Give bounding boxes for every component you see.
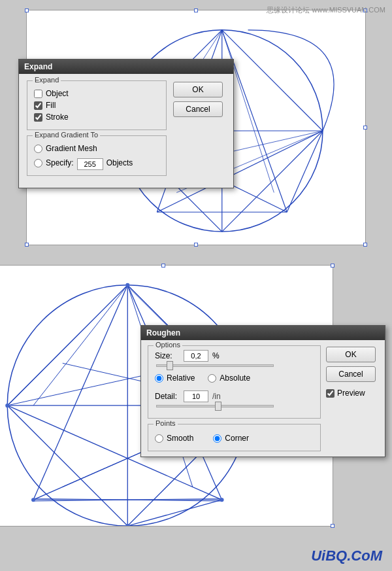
specify-radio[interactable] (34, 159, 42, 167)
roughen-dialog: Roughen Options Size: % (140, 325, 385, 457)
svg-point-43 (31, 498, 35, 502)
svg-line-37 (6, 284, 129, 407)
svg-line-1 (222, 30, 323, 131)
size-slider-container (155, 364, 314, 367)
preview-checkbox[interactable] (326, 389, 335, 398)
expand-dialog-body: Expand Object Fill Stroke Expand Gradien… (19, 74, 233, 188)
roughen-dialog-title: Roughen (146, 328, 180, 337)
bottom-watermark: UiBQ.CoM (311, 547, 382, 564)
stroke-checkbox-row: Stroke (34, 112, 159, 122)
absolute-radio[interactable] (208, 374, 216, 383)
top-watermark: 思缘设计论坛 www.MISSVUAN.COM (267, 5, 385, 15)
corner-radio[interactable] (213, 434, 221, 443)
smooth-label: Smooth (167, 434, 193, 443)
svg-line-28 (7, 406, 127, 526)
size-row: Size: % (155, 350, 314, 362)
svg-line-22 (33, 285, 127, 500)
roughen-cancel-button[interactable]: Cancel (326, 366, 376, 382)
svg-line-30 (33, 285, 127, 406)
detail-label: Detail: (155, 392, 180, 401)
points-legend: Points (154, 419, 178, 427)
object-label: Object (46, 89, 69, 98)
expand-ok-button[interactable]: OK (173, 82, 223, 97)
roughen-ok-button[interactable]: OK (326, 347, 376, 362)
roughen-dialog-titlebar: Roughen (141, 326, 385, 340)
gradient-mesh-label: Gradient Mesh (46, 144, 97, 153)
object-checkbox-row: Object (34, 89, 159, 98)
relative-radio[interactable] (155, 374, 163, 383)
specify-label: Specify: (46, 158, 74, 167)
specify-input[interactable] (77, 158, 103, 170)
detail-row: Detail: /in (155, 390, 314, 402)
roughen-dialog-right: OK Cancel Preview (326, 345, 378, 451)
absolute-radio-row: Absolute (208, 373, 250, 383)
svg-line-9 (287, 131, 323, 212)
expand-group: Expand Object Fill Stroke (27, 80, 167, 130)
detail-unit: /in (212, 392, 221, 401)
size-slider-track (156, 364, 274, 367)
fill-checkbox[interactable] (34, 101, 42, 110)
corner-label: Corner (225, 434, 249, 443)
detail-input[interactable] (184, 390, 208, 402)
expand-group-legend: Expand (33, 76, 61, 84)
gradient-mesh-radio[interactable] (34, 145, 42, 153)
roughen-options-legend: Options (154, 341, 182, 349)
size-label: Size: (155, 351, 180, 360)
size-input[interactable] (184, 350, 208, 362)
specify-row: Specify: Objects (34, 156, 159, 170)
detail-slider-container (155, 405, 314, 407)
gradient-group-legend: Expand Gradient To (33, 131, 100, 139)
stroke-checkbox[interactable] (34, 113, 42, 122)
preview-checkbox-row: Preview (326, 389, 378, 398)
expand-dialog-title: Expand (24, 62, 52, 71)
svg-line-8 (222, 131, 323, 232)
smooth-radio-row: Smooth (155, 434, 193, 443)
corner-radio-row: Corner (213, 434, 249, 443)
gradient-mesh-row: Gradient Mesh (34, 144, 159, 153)
roughen-options-group: Options Size: % Relative (148, 345, 321, 419)
points-group: Points Smooth Corner (148, 424, 321, 451)
gradient-group: Expand Gradient To Gradient Mesh Specify… (27, 135, 167, 176)
fill-label: Fill (46, 101, 56, 110)
object-checkbox[interactable] (34, 90, 42, 98)
expand-dialog-titlebar: Expand (19, 60, 233, 74)
svg-point-44 (5, 404, 9, 407)
detail-slider-track (156, 405, 274, 407)
relative-label: Relative (167, 373, 195, 383)
smooth-radio[interactable] (155, 434, 163, 443)
preview-label: Preview (337, 389, 365, 398)
fill-checkbox-row: Fill (34, 101, 159, 110)
objects-label: Objects (106, 158, 133, 167)
points-radio-row: Smooth Corner (155, 431, 314, 445)
size-unit: % (212, 351, 220, 360)
expand-dialog: Expand Expand Object Fill Stroke (18, 59, 234, 188)
absolute-label: Absolute (220, 373, 250, 383)
roughen-dialog-left: Options Size: % Relative (148, 345, 321, 451)
size-slider-thumb[interactable] (167, 361, 173, 370)
expand-dialog-right: OK Cancel (173, 80, 225, 181)
roughen-dialog-body: Options Size: % Relative (141, 340, 385, 457)
relative-radio-row: Relative (155, 373, 195, 383)
svg-line-29 (127, 500, 221, 526)
relative-absolute-row: Relative Absolute (155, 371, 314, 385)
expand-cancel-button[interactable]: Cancel (173, 101, 223, 117)
svg-point-40 (125, 283, 129, 287)
svg-point-42 (220, 498, 224, 502)
detail-slider-thumb[interactable] (215, 402, 221, 411)
expand-dialog-left: Expand Object Fill Stroke Expand Gradien… (27, 80, 167, 181)
stroke-label: Stroke (46, 112, 69, 122)
